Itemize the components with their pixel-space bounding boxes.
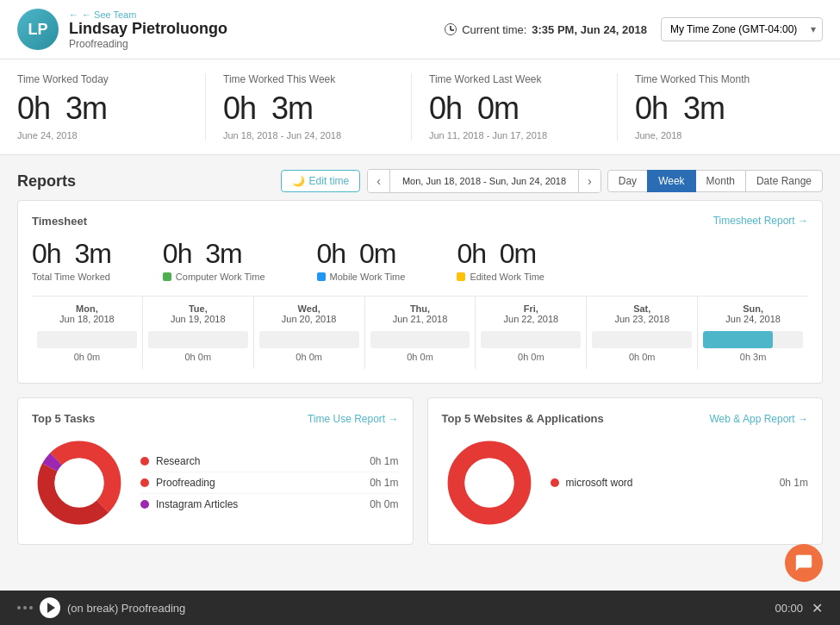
- date-nav-prev-button[interactable]: ‹: [368, 170, 390, 192]
- metric-total-label: Total Time Worked: [32, 272, 111, 282]
- metric-total-value: 0h 3m: [32, 238, 111, 270]
- task-list: Research 0h 1m Proofreading 0h 1m Instag…: [140, 451, 399, 515]
- stat-label-lastweek: Time Worked Last Week: [429, 73, 600, 85]
- timesheet-report-link[interactable]: Timesheet Report →: [713, 215, 808, 227]
- metric-total: 0h 3m Total Time Worked: [32, 238, 111, 282]
- view-daterange-button[interactable]: Date Range: [745, 170, 823, 192]
- stat-value-week: 0h 3m: [223, 91, 394, 127]
- task-row-proofreading: Proofreading 0h 1m: [140, 472, 399, 494]
- edit-time-label: Edit time: [309, 175, 350, 187]
- stats-row: Time Worked Today 0h 3m June 24, 2018 Ti…: [0, 59, 840, 155]
- computer-dot: [163, 272, 171, 281]
- top-tasks-panel: Top 5 Tasks Time Use Report →: [17, 397, 414, 545]
- header-left: LP ← ← See Team Lindsay Pietroluongo Pro…: [17, 9, 227, 50]
- svg-point-6: [464, 458, 513, 507]
- metric-mobile: 0h 0m Mobile Work Time: [317, 238, 406, 282]
- current-time-label: Current time:: [462, 23, 526, 36]
- cal-day-sat: Sat, Jun 23, 2018 0h 0m: [587, 297, 698, 369]
- reports-controls: 🌙 Edit time ‹ Mon, Jun 18, 2018 - Sun, J…: [281, 169, 823, 193]
- edited-dot: [457, 272, 465, 281]
- top-tasks-title: Top 5 Tasks: [32, 412, 95, 425]
- websites-list: microsoft word 0h 1m: [551, 472, 809, 493]
- stat-label-week: Time Worked This Week: [223, 73, 394, 85]
- cal-day-thu: Thu, Jun 21, 2018 0h 0m: [365, 297, 476, 369]
- see-team-link[interactable]: ← ← See Team: [69, 9, 227, 20]
- metric-edited: 0h 0m Edited Work Time: [457, 238, 544, 282]
- view-btns: Day Week Month Date Range: [608, 170, 823, 192]
- bottom-panels: Top 5 Tasks Time Use Report →: [17, 397, 823, 545]
- stat-value-month: 0h 3m: [635, 91, 806, 127]
- arrow-left-icon: ←: [69, 9, 78, 20]
- date-nav-next-button[interactable]: ›: [578, 170, 600, 192]
- header-right: Current time: 3:35 PM, Jun 24, 2018 My T…: [445, 17, 823, 41]
- cal-bar-thu: [370, 331, 470, 348]
- header: LP ← ← See Team Lindsay Pietroluongo Pro…: [0, 0, 840, 59]
- current-time-value: 3:35 PM, Jun 24, 2018: [532, 23, 647, 36]
- stat-date-lastweek: Jun 11, 2018 - Jun 17, 2018: [429, 130, 600, 141]
- timesheet-title: Timesheet: [32, 215, 87, 228]
- view-month-button[interactable]: Month: [695, 170, 746, 192]
- timezone-select[interactable]: My Time Zone (GMT-04:00): [661, 17, 823, 41]
- moon-icon: 🌙: [292, 175, 305, 187]
- user-name: Lindsay Pietroluongo: [69, 20, 227, 38]
- current-time: Current time: 3:35 PM, Jun 24, 2018: [445, 23, 647, 36]
- task-time-research: 0h 1m: [364, 455, 399, 467]
- cal-day-fri: Fri, Jun 22, 2018 0h 0m: [476, 297, 587, 369]
- svg-point-4: [54, 458, 103, 507]
- user-info: ← ← See Team Lindsay Pietroluongo Proofr…: [69, 9, 227, 50]
- cal-bar-sat: [592, 331, 692, 348]
- cal-bar-sun: [703, 331, 803, 348]
- mobile-dot: [317, 272, 326, 281]
- stat-value-today: 0h 3m: [17, 91, 188, 127]
- stat-label-today: Time Worked Today: [17, 73, 188, 85]
- timezone-wrapper[interactable]: My Time Zone (GMT-04:00): [661, 17, 823, 41]
- task-name-proofreading: Proofreading: [156, 477, 358, 489]
- reports-title: Reports: [17, 172, 76, 191]
- stat-date-month: June, 2018: [635, 130, 806, 141]
- stat-card-lastweek: Time Worked Last Week 0h 0m Jun 11, 2018…: [429, 73, 618, 141]
- time-use-report-link[interactable]: Time Use Report →: [308, 413, 399, 425]
- task-name-research: Research: [156, 455, 358, 467]
- see-team-label: ← See Team: [82, 9, 136, 20]
- websites-donut-chart: [442, 435, 537, 530]
- metric-computer-label: Computer Work Time: [163, 272, 265, 282]
- task-dot-research: [140, 457, 149, 466]
- edit-time-button[interactable]: 🌙 Edit time: [281, 170, 361, 192]
- task-row-research: Research 0h 1m: [140, 451, 399, 472]
- timesheet-card: Timesheet Timesheet Report → 0h 3m Total…: [17, 200, 823, 384]
- metric-computer: 0h 3m Computer Work Time: [163, 238, 265, 282]
- metric-computer-value: 0h 3m: [163, 238, 265, 270]
- view-week-button[interactable]: Week: [647, 170, 695, 192]
- view-day-button[interactable]: Day: [607, 170, 648, 192]
- task-dot-msword: [551, 478, 559, 487]
- web-app-report-link[interactable]: Web & App Report →: [709, 413, 808, 425]
- calendar-row: Mon, Jun 18, 2018 0h 0m Tue, Jun 19, 201…: [32, 296, 808, 369]
- task-time-msword: 0h 1m: [774, 477, 808, 489]
- stat-card-today: Time Worked Today 0h 3m June 24, 2018: [17, 73, 206, 141]
- cal-bar-fri: [481, 331, 581, 348]
- metric-mobile-value: 0h 0m: [317, 238, 406, 270]
- cal-bar-wed: [259, 331, 359, 348]
- metric-edited-label: Edited Work Time: [457, 272, 544, 282]
- top-websites-header: Top 5 Websites & Applications Web & App …: [442, 412, 809, 425]
- donut-chart: [32, 435, 127, 530]
- stat-date-week: Jun 18, 2018 - Jun 24, 2018: [223, 130, 394, 141]
- reports-section: Reports 🌙 Edit time ‹ Mon, Jun 18, 2018 …: [0, 155, 840, 200]
- clock-icon: [445, 23, 457, 35]
- chat-icon: [794, 553, 813, 559]
- websites-chart-content: microsoft word 0h 1m: [442, 435, 809, 530]
- timesheet-header: Timesheet Timesheet Report →: [32, 215, 808, 228]
- stat-value-lastweek: 0h 0m: [429, 91, 600, 127]
- user-role: Proofreading: [69, 38, 227, 50]
- date-nav: ‹ Mon, Jun 18, 2018 - Sun, Jun 24, 2018 …: [367, 169, 601, 193]
- top-websites-title: Top 5 Websites & Applications: [442, 412, 604, 425]
- task-dot-instagram: [140, 500, 149, 509]
- task-row-msword: microsoft word 0h 1m: [551, 472, 809, 493]
- cal-day-tue: Tue, Jun 19, 2018 0h 0m: [143, 297, 254, 369]
- avatar: LP: [17, 9, 59, 50]
- stat-card-week: Time Worked This Week 0h 3m Jun 18, 2018…: [223, 73, 412, 141]
- metric-mobile-label: Mobile Work Time: [317, 272, 406, 282]
- timesheet-metrics: 0h 3m Total Time Worked 0h 3m Computer W…: [32, 238, 808, 282]
- date-range-text: Mon, Jun 18, 2018 - Sun, Jun 24, 2018: [394, 172, 575, 191]
- task-time-instagram: 0h 0m: [364, 498, 399, 510]
